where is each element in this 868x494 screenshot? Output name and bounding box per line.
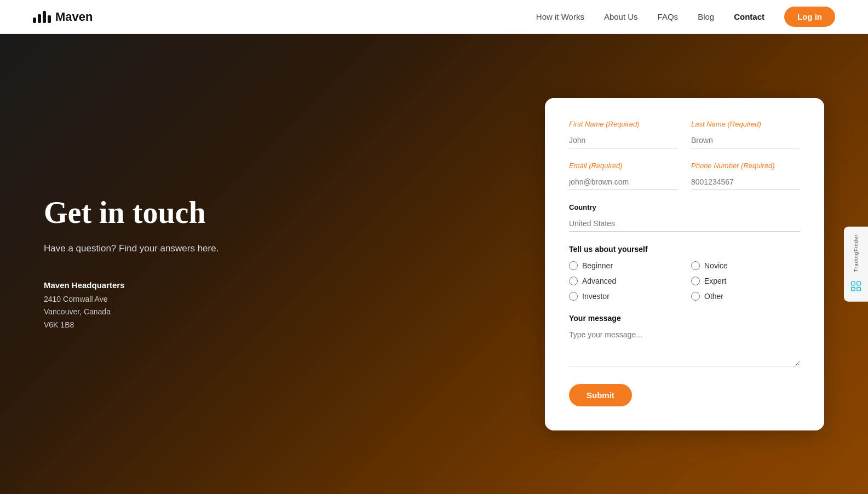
left-content: Get in touch Have a question? Find your … [44, 196, 318, 332]
hq-address: 2410 Cornwall Ave Vancouver, Canada V6K … [44, 293, 296, 332]
submit-button[interactable]: Submit [569, 384, 632, 406]
email-phone-row: Email (Required) Phone Number (Required) [569, 162, 800, 190]
page-subheading: Have a question? Find your answers here. [44, 243, 296, 254]
radio-beginner-label: Beginner [582, 261, 613, 270]
hq-line1: 2410 Cornwall Ave [44, 295, 107, 303]
message-section: Your message [569, 314, 800, 369]
radio-expert-label: Expert [704, 277, 726, 285]
phone-group: Phone Number (Required) [691, 162, 800, 190]
hq-line2: Vancouver, Canada [44, 307, 111, 316]
about-section: Tell us about yourself Beginner Novice A… [569, 245, 800, 301]
nav-blog[interactable]: Blog [698, 12, 714, 21]
radio-novice[interactable]: Novice [691, 261, 800, 270]
login-button[interactable]: Log in [784, 7, 835, 27]
side-widget-icon [848, 278, 864, 294]
about-label: Tell us about yourself [569, 245, 800, 254]
phone-label: Phone Number (Required) [691, 162, 800, 170]
email-group: Email (Required) [569, 162, 678, 190]
first-name-label: First Name (Required) [569, 120, 678, 128]
logo-bar-3 [43, 11, 46, 23]
radio-grid: Beginner Novice Advanced Expert Investor [569, 261, 800, 301]
message-label: Your message [569, 314, 800, 323]
name-row: First Name (Required) Last Name (Require… [569, 120, 800, 148]
radio-investor[interactable]: Investor [569, 292, 678, 301]
logo-text: Maven [55, 10, 93, 24]
email-input[interactable] [569, 174, 678, 190]
nav-faqs[interactable]: FAQs [658, 12, 679, 21]
country-group: Country [569, 203, 800, 232]
nav-how-it-works[interactable]: How it Works [536, 12, 584, 21]
logo-bar-4 [48, 15, 51, 23]
logo-bar-1 [33, 18, 36, 23]
radio-advanced-input[interactable] [569, 277, 578, 285]
hq-name: Maven Headquarters [44, 280, 296, 290]
last-name-input[interactable] [691, 133, 800, 148]
radio-novice-input[interactable] [691, 261, 700, 270]
first-name-group: First Name (Required) [569, 120, 678, 148]
last-name-label: Last Name (Required) [691, 120, 800, 128]
page-background: Get in touch Have a question? Find your … [0, 34, 868, 494]
radio-beginner[interactable]: Beginner [569, 261, 678, 270]
side-widget[interactable]: TradingFinder [844, 227, 868, 302]
first-name-input[interactable] [569, 133, 678, 148]
svg-rect-0 [852, 282, 855, 285]
nav-contact[interactable]: Contact [734, 12, 764, 21]
radio-advanced-label: Advanced [582, 277, 616, 285]
logo-icon [33, 11, 51, 23]
country-label: Country [569, 203, 800, 211]
radio-novice-label: Novice [704, 261, 728, 270]
hq-block: Maven Headquarters 2410 Cornwall Ave Van… [44, 280, 296, 332]
svg-rect-3 [857, 287, 860, 290]
navbar: Maven How it Works About Us FAQs Blog Co… [0, 0, 868, 34]
country-input[interactable] [569, 216, 800, 232]
page-heading: Get in touch [44, 196, 296, 230]
logo[interactable]: Maven [33, 10, 93, 24]
svg-rect-1 [857, 282, 860, 285]
side-widget-text: TradingFinder [853, 234, 859, 272]
radio-other-label: Other [704, 292, 723, 301]
nav-about-us[interactable]: About Us [604, 12, 638, 21]
radio-advanced[interactable]: Advanced [569, 277, 678, 285]
logo-bar-2 [38, 14, 41, 23]
phone-input[interactable] [691, 174, 800, 190]
country-row: Country [569, 203, 800, 232]
radio-investor-input[interactable] [569, 292, 578, 301]
email-label: Email (Required) [569, 162, 678, 170]
contact-form-card: First Name (Required) Last Name (Require… [545, 98, 824, 430]
hq-line3: V6K 1B8 [44, 320, 74, 329]
radio-other[interactable]: Other [691, 292, 800, 301]
radio-beginner-input[interactable] [569, 261, 578, 270]
radio-other-input[interactable] [691, 292, 700, 301]
radio-expert[interactable]: Expert [691, 277, 800, 285]
nav-links: How it Works About Us FAQs Blog Contact … [536, 7, 835, 27]
message-textarea[interactable] [569, 328, 800, 366]
svg-rect-2 [852, 287, 855, 290]
radio-expert-input[interactable] [691, 277, 700, 285]
radio-investor-label: Investor [582, 292, 610, 301]
last-name-group: Last Name (Required) [691, 120, 800, 148]
